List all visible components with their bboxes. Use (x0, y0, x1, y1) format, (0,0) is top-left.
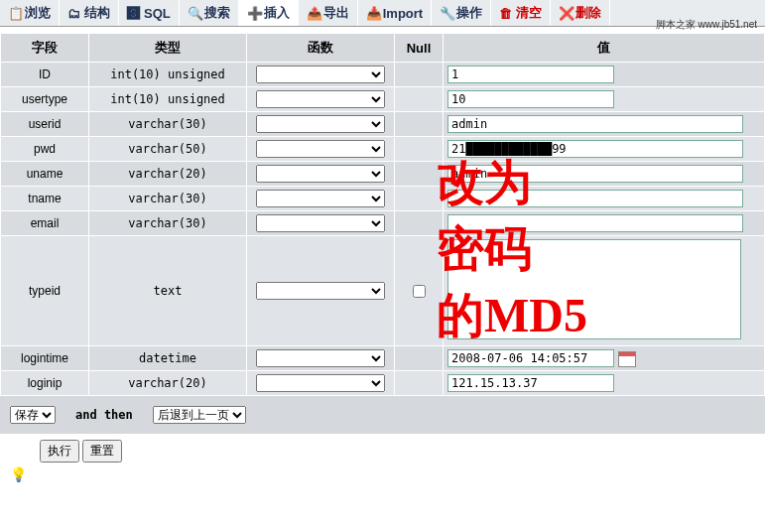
function-select[interactable] (256, 282, 385, 300)
header-type: 类型 (89, 34, 247, 63)
field-name: logintime (1, 346, 89, 371)
and-then-label: and then (75, 408, 133, 422)
field-name: ID (1, 63, 89, 87)
value-input[interactable] (447, 165, 743, 183)
table-row: ID int(10) unsigned (1, 63, 765, 87)
search-icon: 🔍 (188, 6, 201, 20)
tab-drop[interactable]: ❌删除 (551, 0, 610, 26)
drop-icon: ❌ (559, 6, 573, 20)
null-cell (395, 346, 444, 371)
function-select[interactable] (256, 165, 385, 183)
empty-icon: 🗑 (499, 6, 513, 20)
table-row: loginip varchar(20) (1, 371, 765, 396)
tab-sql[interactable]: 🆂SQL (119, 0, 180, 26)
field-type: varchar(30) (89, 112, 247, 137)
value-input[interactable] (447, 90, 614, 108)
field-name: tname (1, 187, 89, 211)
function-select[interactable] (256, 66, 385, 83)
table-row: logintime datetime (1, 346, 765, 371)
tab-bar: 📋浏览 🗂结构 🆂SQL 🔍搜索 ➕插入 📤导出 📥Import 🔧操作 🗑清空… (0, 0, 765, 27)
function-select[interactable] (256, 90, 385, 108)
table-row: pwd varchar(50) (1, 137, 765, 162)
function-select[interactable] (256, 374, 385, 392)
import-icon: 📥 (366, 6, 380, 20)
value-input[interactable] (447, 374, 614, 392)
field-type: varchar(50) (89, 137, 247, 162)
field-name: usertype (1, 87, 89, 112)
field-type: varchar(20) (89, 371, 247, 396)
tab-export[interactable]: 📤导出 (299, 0, 358, 26)
null-checkbox[interactable] (413, 285, 426, 298)
reset-button[interactable]: 重置 (82, 440, 122, 463)
table-row: email varchar(30) (1, 211, 765, 236)
field-name: userid (1, 112, 89, 137)
value-input[interactable] (447, 349, 614, 367)
field-name: uname (1, 162, 89, 187)
null-cell (395, 236, 444, 346)
field-name: email (1, 211, 89, 236)
field-name: pwd (1, 137, 89, 162)
field-name: typeid (1, 236, 89, 346)
value-input[interactable] (447, 140, 743, 158)
value-input[interactable] (447, 115, 743, 133)
field-type: varchar(20) (89, 162, 247, 187)
go-back-select[interactable]: 后退到上一页 (153, 406, 246, 424)
value-input[interactable] (447, 214, 743, 232)
lightbulb-icon: 💡 (10, 466, 755, 482)
null-cell (395, 112, 444, 137)
field-name: loginip (1, 371, 89, 396)
field-type: int(10) unsigned (89, 63, 247, 87)
tab-insert[interactable]: ➕插入 (239, 0, 299, 26)
null-cell (395, 211, 444, 236)
tab-search[interactable]: 🔍搜索 (180, 0, 239, 26)
function-select[interactable] (256, 140, 385, 158)
function-select[interactable] (256, 349, 385, 367)
field-type: text (89, 236, 247, 346)
value-input[interactable] (447, 190, 743, 207)
header-null: Null (395, 34, 444, 63)
null-cell (395, 63, 444, 87)
function-select[interactable] (256, 115, 385, 133)
sql-icon: 🆂 (127, 6, 141, 20)
execute-button[interactable]: 执行 (40, 440, 79, 463)
field-type: datetime (89, 346, 247, 371)
tab-operations[interactable]: 🔧操作 (432, 0, 491, 26)
insert-icon: ➕ (247, 6, 261, 20)
tab-structure[interactable]: 🗂结构 (60, 0, 119, 26)
null-cell (395, 187, 444, 211)
null-cell (395, 87, 444, 112)
export-icon: 📤 (307, 6, 320, 20)
table-row: uname varchar(20) (1, 162, 765, 187)
header-field: 字段 (1, 34, 89, 63)
value-textarea[interactable] (447, 239, 741, 339)
field-type: int(10) unsigned (89, 87, 247, 112)
calendar-icon[interactable] (618, 351, 636, 367)
watermark: 脚本之家 www.jb51.net (656, 18, 757, 32)
value-input[interactable] (447, 66, 614, 83)
tab-import[interactable]: 📥Import (358, 0, 432, 26)
tab-browse[interactable]: 📋浏览 (0, 0, 60, 26)
header-function: 函数 (247, 34, 395, 63)
structure-icon: 🗂 (67, 6, 81, 20)
browse-icon: 📋 (8, 6, 22, 20)
function-select[interactable] (256, 190, 385, 207)
table-row: tname varchar(30) (1, 187, 765, 211)
table-row: typeid text (1, 236, 765, 346)
operations-icon: 🔧 (440, 6, 453, 20)
table-row: userid varchar(30) (1, 112, 765, 137)
save-select[interactable]: 保存 (10, 406, 56, 424)
table-row: usertype int(10) unsigned (1, 87, 765, 112)
insert-table: 字段 类型 函数 Null 值 ID int(10) unsigned user… (0, 33, 765, 396)
null-cell (395, 162, 444, 187)
null-cell (395, 137, 444, 162)
function-select[interactable] (256, 214, 385, 232)
field-type: varchar(30) (89, 211, 247, 236)
footer-bar: 保存 and then 后退到上一页 (0, 396, 765, 434)
null-cell (395, 371, 444, 396)
field-type: varchar(30) (89, 187, 247, 211)
tab-empty[interactable]: 🗑清空 (491, 0, 551, 26)
header-value: 值 (444, 34, 765, 63)
